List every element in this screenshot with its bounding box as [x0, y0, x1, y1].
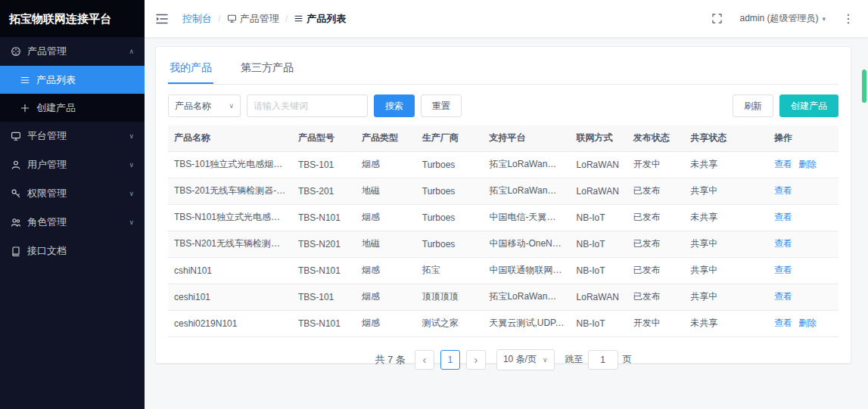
- cell-share-status: 未共享: [684, 204, 768, 231]
- caret-down-icon: ▾: [822, 15, 826, 23]
- view-link[interactable]: 查看: [774, 318, 792, 328]
- view-link[interactable]: 查看: [774, 159, 792, 169]
- platform-icon: [11, 131, 21, 141]
- page-unit-label: 页: [623, 353, 632, 366]
- cell-share-status: 共享中: [684, 231, 768, 257]
- cell-operations: 查看删除: [768, 310, 838, 336]
- breadcrumb: 控制台/产品管理/产品列表: [182, 12, 346, 26]
- cell-share-status: 未共享: [684, 151, 768, 178]
- plus-icon: [20, 103, 30, 113]
- column-header: 发布状态: [627, 125, 684, 151]
- sidebar: 拓宝物联网连接平台 产品管理∧产品列表创建产品平台管理∨用户管理∨权限管理∨角色…: [0, 0, 145, 409]
- app-title: 拓宝物联网连接平台: [0, 0, 145, 37]
- more-options-icon[interactable]: ⋮: [842, 13, 854, 25]
- column-header: 产品名称: [168, 125, 292, 151]
- refresh-button[interactable]: 刷新: [733, 95, 773, 117]
- search-field-value: 产品名称: [175, 100, 211, 113]
- breadcrumb-item: 产品管理: [227, 12, 279, 26]
- delete-link[interactable]: 删除: [798, 318, 817, 328]
- cell-product-type: 烟感: [356, 284, 416, 310]
- jump-page-input[interactable]: [588, 350, 618, 370]
- chevron-down-icon: ∨: [543, 356, 548, 364]
- doc-icon: [11, 246, 21, 256]
- reset-button[interactable]: 重置: [421, 95, 462, 117]
- cell-publish-status: 已发布: [627, 204, 684, 231]
- tab-third-party-products[interactable]: 第三方产品: [239, 54, 295, 84]
- view-link[interactable]: 查看: [774, 185, 792, 196]
- page-number[interactable]: 1: [440, 350, 460, 370]
- chevron-down-icon: ∨: [129, 161, 134, 169]
- cell-platform: 中国移动-OneNet平台...: [483, 231, 570, 257]
- jump-label: 跳至: [565, 353, 583, 366]
- next-page-icon[interactable]: ›: [466, 350, 486, 370]
- sidebar-item-create-product[interactable]: 创建产品: [0, 94, 145, 122]
- user-name: admin (超级管理员): [739, 12, 818, 25]
- column-header: 操作: [768, 125, 838, 151]
- content-area: 我的产品第三方产品 产品名称 ∨ 搜索 重置 刷新 创建产品 产品名称产品型号产…: [145, 37, 868, 409]
- keyword-input[interactable]: [247, 95, 368, 117]
- cell-product-name: TBS-101独立式光电感烟火灾探测...: [168, 151, 292, 178]
- breadcrumb-item[interactable]: 控制台: [182, 12, 212, 26]
- key-icon: [11, 188, 21, 199]
- cell-product-model: TBS-201: [292, 178, 356, 204]
- cell-vendor: Turboes: [416, 204, 484, 231]
- user-menu[interactable]: admin (超级管理员) ▾: [739, 12, 826, 25]
- sidebar-item-platform-management[interactable]: 平台管理∨: [0, 122, 145, 150]
- cell-share-status: 共享中: [684, 257, 768, 284]
- sidebar-item-label: 角色管理: [27, 215, 67, 229]
- search-field-select[interactable]: 产品名称 ∨: [168, 95, 241, 117]
- cell-operations: 查看: [768, 231, 838, 257]
- cell-platform: 拓宝LoRaWan平台: [483, 284, 570, 310]
- cell-product-model: TBS-N101: [292, 204, 356, 231]
- cell-product-model: TBS-N201: [292, 231, 356, 257]
- chevron-down-icon: ∨: [129, 132, 134, 140]
- cell-network: NB-IoT: [571, 231, 627, 257]
- sidebar-item-product-management[interactable]: 产品管理∧: [0, 37, 145, 66]
- view-link[interactable]: 查看: [774, 291, 792, 302]
- pagination: 共 7 条 ‹ 1 › 10 条/页 ∨ 跳至 页: [168, 349, 838, 370]
- sidebar-item-label: 平台管理: [27, 129, 67, 143]
- chevron-up-icon: ∧: [129, 48, 134, 55]
- cell-operations: 查看: [768, 204, 838, 231]
- cell-product-model: TBS-101: [292, 151, 356, 178]
- page-size-select[interactable]: 10 条/页 ∨: [496, 349, 555, 370]
- sidebar-item-user-management[interactable]: 用户管理∨: [0, 150, 145, 179]
- cell-product-model: TBS-N101: [292, 310, 356, 336]
- list-icon: [294, 14, 303, 23]
- fullscreen-icon[interactable]: [711, 13, 723, 24]
- prev-page-icon[interactable]: ‹: [415, 350, 434, 370]
- cell-product-type: 地磁: [356, 231, 416, 257]
- cell-vendor: 拓宝: [416, 257, 484, 284]
- sidebar-item-label: 产品管理: [27, 45, 67, 58]
- table-row: TBS-101独立式光电感烟火灾探测...TBS-101烟感Turboes拓宝L…: [168, 151, 838, 178]
- sidebar-item-api-docs[interactable]: 接口文档: [0, 237, 145, 265]
- table-row: TBS-201无线车辆检测器--勿删!...TBS-201地磁Turboes拓宝…: [168, 178, 838, 204]
- cell-network: LoRaWAN: [571, 284, 627, 310]
- delete-link[interactable]: 删除: [798, 159, 817, 169]
- cell-operations: 查看: [768, 178, 838, 204]
- view-link[interactable]: 查看: [774, 212, 792, 222]
- collapse-sidebar-icon[interactable]: [155, 12, 169, 26]
- scrollbar-thumb[interactable]: [862, 70, 866, 103]
- view-link[interactable]: 查看: [774, 265, 792, 275]
- platform-icon: [227, 14, 237, 23]
- cell-product-name: ceshi101: [168, 284, 292, 310]
- submenu: 产品列表创建产品: [0, 66, 145, 122]
- column-header: 产品类型: [356, 125, 416, 151]
- sidebar-item-label: 权限管理: [27, 187, 67, 200]
- cell-vendor: 顶顶顶顶: [416, 284, 484, 310]
- sidebar-item-role-management[interactable]: 角色管理∨: [0, 208, 145, 237]
- table-row: ceshi101TBS-101烟感顶顶顶顶拓宝LoRaWan平台LoRaWAN已…: [168, 284, 838, 310]
- view-link[interactable]: 查看: [774, 238, 792, 249]
- search-button[interactable]: 搜索: [374, 95, 415, 117]
- cell-product-name: TBS-N201无线车辆检测器--勿删!...: [168, 231, 292, 257]
- sidebar-item-product-list[interactable]: 产品列表: [0, 66, 145, 94]
- create-product-button[interactable]: 创建产品: [779, 95, 838, 117]
- sidebar-item-permission-management[interactable]: 权限管理∨: [0, 179, 145, 208]
- roles-icon: [11, 217, 21, 228]
- cell-platform: 中国联通物联网平台...: [483, 257, 570, 284]
- column-header: 产品型号: [292, 125, 356, 151]
- cell-platform: 拓宝LoRaWan平台: [483, 151, 570, 178]
- cell-network: LoRaWAN: [571, 151, 627, 178]
- tab-my-products[interactable]: 我的产品: [168, 54, 213, 84]
